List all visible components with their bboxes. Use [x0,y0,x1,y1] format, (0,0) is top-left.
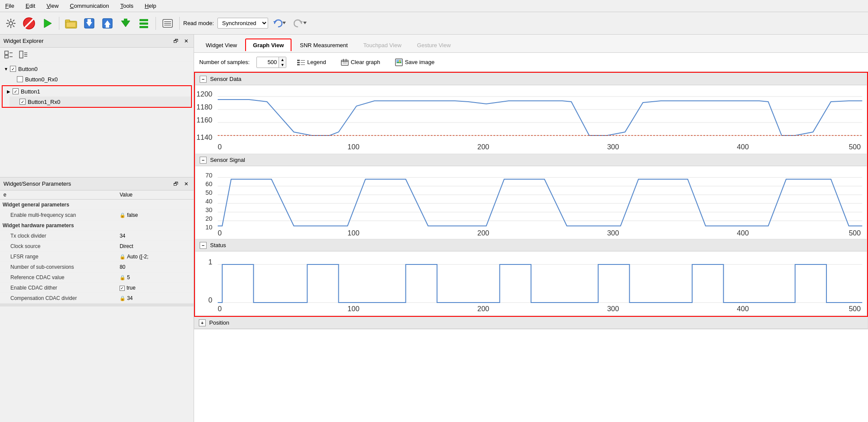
status-toggle[interactable]: − [200,242,207,249]
we-expand-all-button[interactable] [3,49,15,60]
status-header: − Status [195,239,867,251]
widget-explorer-tree: ▼ Button0 Button0_Rx0 ▶ Button1 [0,62,194,177]
param-row-tx-clock: Tx clock divider 34 [0,231,194,241]
restore-params-button[interactable]: 🗗 [172,180,180,188]
samples-down-button[interactable]: ▼ [279,62,286,68]
legend-button[interactable]: Legend [293,57,330,67]
position-toggle[interactable]: + [199,319,206,326]
save-image-button[interactable]: Save image [391,57,439,68]
expand-all-icon [4,51,13,58]
checkbox-button1[interactable] [13,88,19,94]
widget-explorer-title: Widget Explorer [3,38,43,44]
close-we-button[interactable]: ✕ [182,37,190,45]
param-row-lfsr: LFSR range 🔒Auto ([-2; [0,251,194,262]
tree-item-button1[interactable]: ▶ Button1 [3,86,191,97]
open-button[interactable] [63,15,79,32]
svg-text:200: 200 [477,143,489,151]
svg-text:20: 20 [205,215,212,222]
svg-rect-6 [66,22,76,27]
menu-communication[interactable]: Communication [68,2,110,10]
undo-button[interactable] [270,16,289,30]
svg-text:300: 300 [607,143,619,151]
graph-section-position: + Position [194,317,868,329]
clear-graph-button[interactable]: Clear graph [337,57,384,68]
tab-gesture-view[interactable]: Gesture View [410,39,458,51]
graph-section-sensor-data: − Sensor Data 1200 1180 1160 1140 [195,73,867,154]
svg-text:1: 1 [208,258,212,266]
menu-tools[interactable]: Tools [119,2,135,10]
tab-graph-view[interactable]: Graph View [245,39,291,51]
play-icon [41,17,53,29]
tree-item-button0-rx0[interactable]: Button0_Rx0 [7,74,194,84]
lock-icon-multi-freq: 🔒 [120,213,126,218]
menu-file[interactable]: File [3,2,16,10]
checkbox-cdac-dither[interactable] [120,286,125,291]
sensor-signal-toggle[interactable]: − [200,157,207,164]
graph-section-status: − Status 1 0 0 100 [195,239,867,316]
menu-view[interactable]: View [45,2,60,10]
toolbar-separator-1 [59,17,59,30]
sensor-data-title: Sensor Data [210,76,241,82]
green-stack-button[interactable] [136,15,152,32]
tree-label-button1: Button1 [21,88,40,95]
svg-rect-34 [297,60,300,61]
param-name-tx-clock: Tx clock divider [0,231,116,241]
legend-label: Legend [307,59,326,65]
stop-button[interactable] [21,15,37,32]
tree-item-button1-rx0[interactable]: Button1_Rx0 [10,97,191,107]
green-stack-icon [138,17,150,29]
sensor-data-toggle[interactable]: − [200,76,207,83]
checkbox-button0-rx0[interactable] [17,76,23,82]
settings-button[interactable] [3,15,19,32]
param-value-clock-source: Direct [116,241,194,251]
download-button[interactable] [81,15,97,32]
param-row-clock-source: Clock source Direct [0,241,194,251]
param-name-lfsr: LFSR range [0,251,116,262]
undo-icon [273,19,282,28]
lines-button[interactable] [159,15,176,32]
section-widget-general-label: Widget general parameters [0,200,194,210]
checkbox-button1-rx0[interactable] [19,99,26,105]
samples-input[interactable] [257,58,279,66]
main-container: Widget Explorer 🗗 ✕ [0,35,868,422]
params-panel-header: Widget/Sensor Parameters 🗗 ✕ [0,177,194,190]
svg-text:0: 0 [208,296,212,304]
restore-button[interactable]: 🗗 [172,37,180,45]
svg-text:100: 100 [347,305,360,312]
menu-help[interactable]: Help [143,2,158,10]
play-button[interactable] [39,15,55,32]
green-download-button[interactable] [117,15,134,32]
tab-touchpad-view[interactable]: Touchpad View [356,39,409,51]
svg-marker-3 [44,19,52,28]
svg-text:1140: 1140 [197,133,213,141]
redo-button[interactable] [291,16,310,30]
svg-text:0: 0 [218,305,222,312]
svg-text:70: 70 [205,172,212,179]
sensor-data-header: − Sensor Data [195,73,867,85]
svg-rect-14 [124,19,127,22]
widget-explorer-header: Widget Explorer 🗗 ✕ [0,35,194,48]
tab-widget-view[interactable]: Widget View [198,39,244,51]
folder-icon [65,18,78,29]
samples-up-button[interactable]: ▲ [279,57,286,62]
close-params-button[interactable]: ✕ [182,180,190,188]
tab-snr-measurement[interactable]: SNR Measurement [292,39,355,51]
we-collapse-all-button[interactable] [17,49,29,60]
download-icon [83,17,96,30]
gear-icon [5,17,17,29]
checkbox-button0[interactable] [10,66,16,72]
param-row-extra [0,303,194,307]
param-name-sub-conversions: Number of sub-conversions [0,262,116,272]
sensor-signal-graph-wrap: 70 60 50 40 30 20 10 [195,166,867,239]
svg-text:0: 0 [218,143,222,151]
read-mode-select[interactable]: Synchronized Asynchronous Manual [217,18,268,29]
position-header: + Position [194,317,868,329]
undo-dropdown-icon [282,21,286,26]
svg-text:100: 100 [347,143,360,151]
left-panel: Widget Explorer 🗗 ✕ [0,35,194,422]
col-header-value: Value [116,190,194,200]
tree-item-button0[interactable]: ▼ Button0 [0,64,194,74]
upload-button[interactable] [99,15,116,32]
clear-icon [341,58,349,66]
menu-edit[interactable]: Edit [24,2,37,10]
